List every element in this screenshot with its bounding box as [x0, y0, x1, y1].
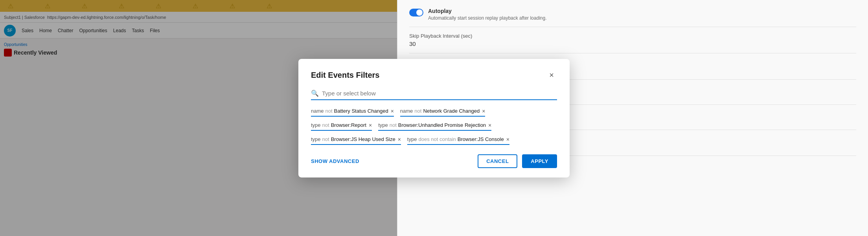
filter-tag-2: name not Network Grade Changed ×	[400, 108, 485, 117]
autoplay-desc: Automatically start session replay playb…	[428, 15, 546, 21]
autoplay-knob	[416, 9, 423, 16]
autoplay-toggle[interactable]	[409, 9, 423, 16]
search-icon: 🔍	[311, 90, 319, 97]
autoplay-row: Autoplay Automatically start session rep…	[409, 8, 856, 21]
filter-tag-4-close[interactable]: ×	[488, 122, 491, 128]
divider-1	[409, 27, 856, 27]
filter-row-2: type not Browser:Report × type not Brows…	[311, 122, 557, 131]
autoplay-label: Autoplay	[428, 8, 546, 14]
filter-tag-6-op: does not contain	[418, 136, 456, 142]
filter-tag-3-op: not	[322, 122, 329, 128]
filter-tag-6-key: type	[407, 136, 417, 142]
filter-tag-5-close[interactable]: ×	[398, 136, 401, 143]
filter-tag-1-key: name	[311, 108, 324, 114]
search-input[interactable]	[322, 90, 557, 97]
skip-playback-label: Skip Playback Interval (sec)	[409, 33, 856, 39]
modal-close-button[interactable]: ×	[546, 70, 557, 81]
filter-tag-4: type not Browser:Unhandled Promise Rejec…	[378, 122, 491, 131]
autoplay-info: Autoplay Automatically start session rep…	[428, 8, 546, 21]
filter-tag-3-value: Browser:Report	[331, 122, 366, 128]
modal-title: Edit Events Filters	[311, 71, 380, 80]
filter-tag-4-key: type	[378, 122, 388, 128]
filter-tag-1: name not Battery Status Changed ×	[311, 108, 394, 117]
filter-tag-3-close[interactable]: ×	[369, 122, 372, 128]
filter-tag-2-op: not	[414, 108, 421, 114]
filter-tag-6-value: Browser:JS Console	[458, 136, 504, 142]
filter-tag-6-close[interactable]: ×	[506, 136, 509, 143]
cancel-button[interactable]: CANCEL	[478, 154, 517, 168]
filter-tag-2-value: Network Grade Changed	[423, 108, 480, 114]
filter-tag-5-op: not	[322, 136, 329, 142]
apply-button[interactable]: APPLY	[522, 154, 557, 168]
filter-tag-2-key: name	[400, 108, 413, 114]
modal-footer: SHOW ADVANCED CANCEL APPLY	[311, 154, 557, 168]
filter-tag-5-key: type	[311, 136, 321, 142]
filter-tag-5: type not Browser:JS Heap Used Size ×	[311, 136, 401, 145]
filter-tag-2-close[interactable]: ×	[482, 108, 485, 114]
filter-tag-3-key: type	[311, 122, 321, 128]
skip-playback-value: 30	[409, 40, 856, 47]
filter-tag-4-op: not	[390, 122, 397, 128]
filter-tag-4-value: Browser:Unhandled Promise Rejection	[398, 122, 486, 128]
edit-events-filters-modal: Edit Events Filters × 🔍 name not Battery…	[298, 59, 570, 177]
show-advanced-button[interactable]: SHOW ADVANCED	[311, 158, 359, 164]
filter-tag-1-value: Battery Status Changed	[334, 108, 388, 114]
filter-tag-3: type not Browser:Report ×	[311, 122, 372, 131]
modal-header: Edit Events Filters ×	[311, 70, 557, 81]
filter-tag-1-op: not	[326, 108, 333, 114]
filter-tag-1-close[interactable]: ×	[391, 108, 394, 114]
divider-2	[409, 53, 856, 53]
filter-row-3: type not Browser:JS Heap Used Size × typ…	[311, 136, 557, 145]
filter-row-1: name not Battery Status Changed × name n…	[311, 108, 557, 117]
filter-tag-6: type does not contain Browser:JS Console…	[407, 136, 509, 145]
modal-search-row: 🔍	[311, 90, 557, 100]
filter-tag-5-value: Browser:JS Heap Used Size	[331, 136, 395, 142]
